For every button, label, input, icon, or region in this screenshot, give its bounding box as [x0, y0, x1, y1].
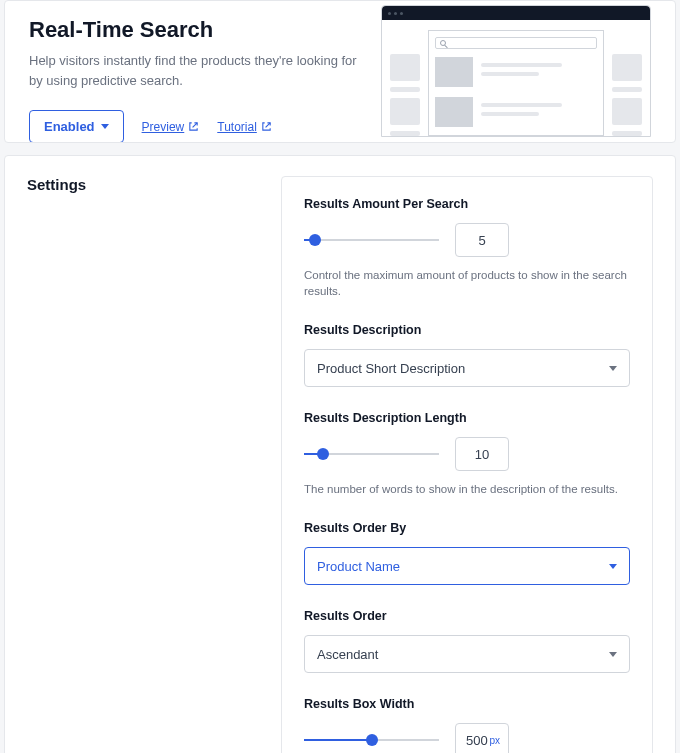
hero-title: Real-Time Search [29, 17, 369, 43]
preview-link[interactable]: Preview [142, 120, 200, 134]
results-order-by-label: Results Order By [304, 521, 630, 535]
results-order-label: Results Order [304, 609, 630, 623]
hero-card: Real-Time Search Help visitors instantly… [4, 0, 676, 143]
slider-knob[interactable] [309, 234, 321, 246]
field-results-description-length: Results Description Length 10 The number… [304, 411, 630, 497]
results-amount-input[interactable]: 5 [455, 223, 509, 257]
enabled-button[interactable]: Enabled [29, 110, 124, 143]
chevron-down-icon [609, 652, 617, 657]
preview-link-label: Preview [142, 120, 185, 134]
results-order-by-select[interactable]: Product Name [304, 547, 630, 585]
slider-knob[interactable] [366, 734, 378, 746]
results-description-label: Results Description [304, 323, 630, 337]
field-results-description: Results Description Product Short Descri… [304, 323, 630, 387]
results-box-width-input[interactable]: 500 px [455, 723, 509, 753]
hero-actions: Enabled Preview Tutorial [29, 110, 369, 143]
external-link-icon [261, 121, 272, 132]
results-description-length-slider[interactable] [304, 446, 439, 462]
results-description-length-label: Results Description Length [304, 411, 630, 425]
settings-heading: Settings [27, 176, 257, 193]
search-dropdown-mock [428, 30, 604, 136]
tutorial-link-label: Tutorial [217, 120, 257, 134]
results-description-select[interactable]: Product Short Description [304, 349, 630, 387]
results-amount-label: Results Amount Per Search [304, 197, 630, 211]
results-box-width-label: Results Box Width [304, 697, 630, 711]
settings-panel: Results Amount Per Search 5 Control the … [281, 176, 653, 753]
settings-sidebar: Settings [27, 176, 257, 753]
hero-description: Help visitors instantly find the product… [29, 51, 369, 90]
browser-titlebar [382, 6, 650, 20]
results-box-width-slider[interactable] [304, 732, 439, 748]
field-results-order-by: Results Order By Product Name [304, 521, 630, 585]
results-description-length-input[interactable]: 10 [455, 437, 509, 471]
field-results-amount: Results Amount Per Search 5 Control the … [304, 197, 630, 299]
caret-down-icon [101, 124, 109, 129]
settings-section: Settings Results Amount Per Search 5 Con… [4, 155, 676, 753]
field-results-order: Results Order Ascendant [304, 609, 630, 673]
tutorial-link[interactable]: Tutorial [217, 120, 272, 134]
results-description-length-help: The number of words to show in the descr… [304, 481, 630, 497]
unit-label: px [489, 735, 500, 746]
chevron-down-icon [609, 366, 617, 371]
results-order-select[interactable]: Ascendant [304, 635, 630, 673]
results-amount-slider[interactable] [304, 232, 439, 248]
field-results-box-width: Results Box Width 500 px [304, 697, 630, 753]
enabled-button-label: Enabled [44, 119, 95, 134]
chevron-down-icon [609, 564, 617, 569]
results-amount-help: Control the maximum amount of products t… [304, 267, 630, 299]
hero-illustration [381, 5, 651, 137]
browser-mock [381, 5, 651, 137]
slider-knob[interactable] [317, 448, 329, 460]
external-link-icon [188, 121, 199, 132]
hero-content: Real-Time Search Help visitors instantly… [29, 17, 369, 122]
search-icon [440, 40, 446, 46]
